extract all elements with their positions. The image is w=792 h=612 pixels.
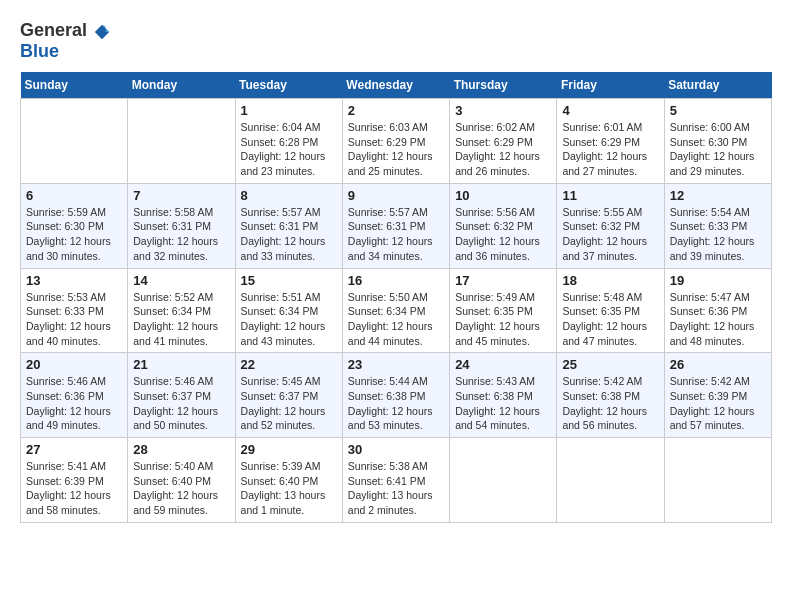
- calendar-week-row: 6Sunrise: 5:59 AM Sunset: 6:30 PM Daylig…: [21, 183, 772, 268]
- page-header: General Blue: [20, 20, 772, 62]
- calendar-cell: 11Sunrise: 5:55 AM Sunset: 6:32 PM Dayli…: [557, 183, 664, 268]
- calendar-cell: 16Sunrise: 5:50 AM Sunset: 6:34 PM Dayli…: [342, 268, 449, 353]
- day-number: 23: [348, 357, 444, 372]
- calendar-cell: 29Sunrise: 5:39 AM Sunset: 6:40 PM Dayli…: [235, 438, 342, 523]
- day-number: 29: [241, 442, 337, 457]
- calendar-cell: 21Sunrise: 5:46 AM Sunset: 6:37 PM Dayli…: [128, 353, 235, 438]
- day-number: 21: [133, 357, 229, 372]
- day-number: 3: [455, 103, 551, 118]
- day-info: Sunrise: 5:51 AM Sunset: 6:34 PM Dayligh…: [241, 290, 337, 349]
- logo-blue: Blue: [20, 41, 59, 61]
- day-info: Sunrise: 5:58 AM Sunset: 6:31 PM Dayligh…: [133, 205, 229, 264]
- calendar-table: SundayMondayTuesdayWednesdayThursdayFrid…: [20, 72, 772, 523]
- day-number: 28: [133, 442, 229, 457]
- day-number: 7: [133, 188, 229, 203]
- calendar-cell: 24Sunrise: 5:43 AM Sunset: 6:38 PM Dayli…: [450, 353, 557, 438]
- day-info: Sunrise: 5:56 AM Sunset: 6:32 PM Dayligh…: [455, 205, 551, 264]
- calendar-week-row: 20Sunrise: 5:46 AM Sunset: 6:36 PM Dayli…: [21, 353, 772, 438]
- day-header-friday: Friday: [557, 72, 664, 99]
- day-info: Sunrise: 5:45 AM Sunset: 6:37 PM Dayligh…: [241, 374, 337, 433]
- day-number: 22: [241, 357, 337, 372]
- day-info: Sunrise: 5:41 AM Sunset: 6:39 PM Dayligh…: [26, 459, 122, 518]
- calendar-cell: 27Sunrise: 5:41 AM Sunset: 6:39 PM Dayli…: [21, 438, 128, 523]
- day-number: 24: [455, 357, 551, 372]
- day-number: 6: [26, 188, 122, 203]
- calendar-cell: 18Sunrise: 5:48 AM Sunset: 6:35 PM Dayli…: [557, 268, 664, 353]
- logo-general: General: [20, 20, 87, 40]
- day-number: 5: [670, 103, 766, 118]
- day-number: 19: [670, 273, 766, 288]
- logo: General Blue: [20, 20, 112, 62]
- day-header-thursday: Thursday: [450, 72, 557, 99]
- calendar-cell: [128, 99, 235, 184]
- calendar-cell: 14Sunrise: 5:52 AM Sunset: 6:34 PM Dayli…: [128, 268, 235, 353]
- day-number: 14: [133, 273, 229, 288]
- day-header-tuesday: Tuesday: [235, 72, 342, 99]
- calendar-cell: 22Sunrise: 5:45 AM Sunset: 6:37 PM Dayli…: [235, 353, 342, 438]
- calendar-cell: [664, 438, 771, 523]
- day-info: Sunrise: 5:43 AM Sunset: 6:38 PM Dayligh…: [455, 374, 551, 433]
- day-number: 17: [455, 273, 551, 288]
- calendar-cell: [557, 438, 664, 523]
- day-info: Sunrise: 5:46 AM Sunset: 6:36 PM Dayligh…: [26, 374, 122, 433]
- calendar-cell: 4Sunrise: 6:01 AM Sunset: 6:29 PM Daylig…: [557, 99, 664, 184]
- day-number: 12: [670, 188, 766, 203]
- calendar-header-row: SundayMondayTuesdayWednesdayThursdayFrid…: [21, 72, 772, 99]
- day-info: Sunrise: 5:59 AM Sunset: 6:30 PM Dayligh…: [26, 205, 122, 264]
- day-number: 16: [348, 273, 444, 288]
- day-info: Sunrise: 5:57 AM Sunset: 6:31 PM Dayligh…: [241, 205, 337, 264]
- day-number: 18: [562, 273, 658, 288]
- day-info: Sunrise: 5:52 AM Sunset: 6:34 PM Dayligh…: [133, 290, 229, 349]
- day-number: 27: [26, 442, 122, 457]
- calendar-cell: 17Sunrise: 5:49 AM Sunset: 6:35 PM Dayli…: [450, 268, 557, 353]
- day-number: 9: [348, 188, 444, 203]
- calendar-cell: 6Sunrise: 5:59 AM Sunset: 6:30 PM Daylig…: [21, 183, 128, 268]
- calendar-cell: 8Sunrise: 5:57 AM Sunset: 6:31 PM Daylig…: [235, 183, 342, 268]
- day-info: Sunrise: 6:00 AM Sunset: 6:30 PM Dayligh…: [670, 120, 766, 179]
- day-number: 10: [455, 188, 551, 203]
- day-number: 2: [348, 103, 444, 118]
- day-info: Sunrise: 5:42 AM Sunset: 6:39 PM Dayligh…: [670, 374, 766, 433]
- day-number: 26: [670, 357, 766, 372]
- logo-icon: [93, 23, 111, 41]
- calendar-cell: 19Sunrise: 5:47 AM Sunset: 6:36 PM Dayli…: [664, 268, 771, 353]
- calendar-cell: 12Sunrise: 5:54 AM Sunset: 6:33 PM Dayli…: [664, 183, 771, 268]
- day-info: Sunrise: 5:39 AM Sunset: 6:40 PM Dayligh…: [241, 459, 337, 518]
- calendar-cell: 26Sunrise: 5:42 AM Sunset: 6:39 PM Dayli…: [664, 353, 771, 438]
- calendar-cell: [21, 99, 128, 184]
- day-number: 1: [241, 103, 337, 118]
- day-info: Sunrise: 5:47 AM Sunset: 6:36 PM Dayligh…: [670, 290, 766, 349]
- day-info: Sunrise: 5:57 AM Sunset: 6:31 PM Dayligh…: [348, 205, 444, 264]
- calendar-cell: 13Sunrise: 5:53 AM Sunset: 6:33 PM Dayli…: [21, 268, 128, 353]
- calendar-week-row: 13Sunrise: 5:53 AM Sunset: 6:33 PM Dayli…: [21, 268, 772, 353]
- day-number: 25: [562, 357, 658, 372]
- calendar-cell: 15Sunrise: 5:51 AM Sunset: 6:34 PM Dayli…: [235, 268, 342, 353]
- day-header-saturday: Saturday: [664, 72, 771, 99]
- day-number: 8: [241, 188, 337, 203]
- day-info: Sunrise: 6:01 AM Sunset: 6:29 PM Dayligh…: [562, 120, 658, 179]
- calendar-cell: 10Sunrise: 5:56 AM Sunset: 6:32 PM Dayli…: [450, 183, 557, 268]
- calendar-week-row: 1Sunrise: 6:04 AM Sunset: 6:28 PM Daylig…: [21, 99, 772, 184]
- day-info: Sunrise: 6:04 AM Sunset: 6:28 PM Dayligh…: [241, 120, 337, 179]
- day-info: Sunrise: 5:42 AM Sunset: 6:38 PM Dayligh…: [562, 374, 658, 433]
- day-header-wednesday: Wednesday: [342, 72, 449, 99]
- calendar-cell: [450, 438, 557, 523]
- day-number: 30: [348, 442, 444, 457]
- day-info: Sunrise: 5:49 AM Sunset: 6:35 PM Dayligh…: [455, 290, 551, 349]
- calendar-cell: 2Sunrise: 6:03 AM Sunset: 6:29 PM Daylig…: [342, 99, 449, 184]
- day-number: 20: [26, 357, 122, 372]
- day-header-sunday: Sunday: [21, 72, 128, 99]
- day-info: Sunrise: 5:55 AM Sunset: 6:32 PM Dayligh…: [562, 205, 658, 264]
- calendar-cell: 9Sunrise: 5:57 AM Sunset: 6:31 PM Daylig…: [342, 183, 449, 268]
- calendar-cell: 3Sunrise: 6:02 AM Sunset: 6:29 PM Daylig…: [450, 99, 557, 184]
- day-number: 11: [562, 188, 658, 203]
- day-info: Sunrise: 5:53 AM Sunset: 6:33 PM Dayligh…: [26, 290, 122, 349]
- day-header-monday: Monday: [128, 72, 235, 99]
- calendar-cell: 5Sunrise: 6:00 AM Sunset: 6:30 PM Daylig…: [664, 99, 771, 184]
- day-info: Sunrise: 5:50 AM Sunset: 6:34 PM Dayligh…: [348, 290, 444, 349]
- day-number: 15: [241, 273, 337, 288]
- day-info: Sunrise: 5:46 AM Sunset: 6:37 PM Dayligh…: [133, 374, 229, 433]
- calendar-cell: 1Sunrise: 6:04 AM Sunset: 6:28 PM Daylig…: [235, 99, 342, 184]
- day-info: Sunrise: 5:38 AM Sunset: 6:41 PM Dayligh…: [348, 459, 444, 518]
- calendar-cell: 20Sunrise: 5:46 AM Sunset: 6:36 PM Dayli…: [21, 353, 128, 438]
